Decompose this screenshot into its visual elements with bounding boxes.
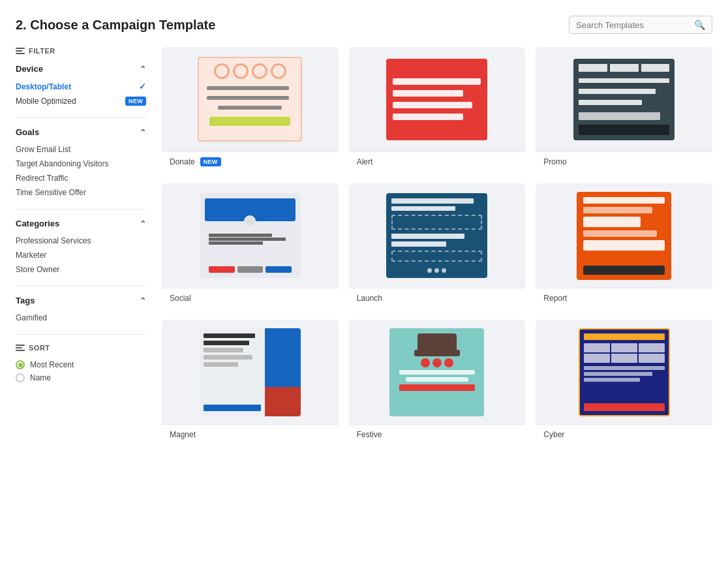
social-avatar bbox=[244, 215, 256, 227]
templates-grid: Donate NEW Alert bbox=[162, 47, 712, 446]
cyber-visual bbox=[579, 328, 670, 416]
donate-circles bbox=[204, 63, 296, 79]
top-bar: 2. Choose a Campaign Template 🔍 bbox=[16, 16, 712, 34]
sort-most-recent[interactable]: Most Recent bbox=[16, 358, 146, 371]
template-preview-report bbox=[536, 183, 712, 288]
template-preview-alert bbox=[349, 47, 526, 151]
sidebar-item-marketer[interactable]: Marketer bbox=[16, 248, 146, 262]
filter-label: FILTER bbox=[29, 47, 55, 55]
donate-visual bbox=[198, 57, 302, 142]
template-label-launch: Launch bbox=[349, 288, 526, 309]
sidebar-item-target-abandoning[interactable]: Target Abandoning Visitors bbox=[16, 157, 146, 171]
template-preview-social bbox=[162, 183, 339, 288]
template-preview-magnet bbox=[162, 320, 339, 424]
template-preview-donate bbox=[162, 47, 339, 151]
social-visual bbox=[200, 193, 301, 278]
social-header bbox=[205, 198, 296, 221]
template-card-festive[interactable]: Festive bbox=[349, 320, 526, 446]
page-title: 2. Choose a Campaign Template bbox=[16, 18, 215, 33]
search-input[interactable] bbox=[576, 20, 691, 30]
chevron-up-icon: ⌃ bbox=[140, 65, 146, 74]
cyber-grid bbox=[584, 343, 665, 363]
donate-new-badge: NEW bbox=[200, 157, 221, 166]
social-buttons bbox=[205, 266, 296, 273]
festive-hat bbox=[417, 333, 457, 353]
template-card-alert[interactable]: Alert bbox=[349, 47, 526, 173]
new-badge: NEW bbox=[125, 97, 146, 106]
launch-dots bbox=[391, 268, 482, 273]
chevron-up-icon-2: ⌃ bbox=[140, 128, 146, 137]
sidebar-item-professional[interactable]: Professional Services bbox=[16, 234, 146, 248]
sidebar-item-grow-email[interactable]: Grow Email List bbox=[16, 142, 146, 157]
filter-icon bbox=[16, 48, 25, 54]
sort-section: SORT Most Recent Name bbox=[16, 344, 146, 384]
main-layout: FILTER Device ⌃ Desktop/Tablet ✓ Mobile … bbox=[16, 47, 712, 446]
template-label-alert: Alert bbox=[349, 151, 526, 173]
template-label-report: Report bbox=[536, 288, 712, 309]
template-card-cyber[interactable]: Cyber bbox=[536, 320, 712, 446]
festive-circles bbox=[421, 358, 453, 367]
sort-name[interactable]: Name bbox=[16, 371, 146, 384]
template-preview-promo bbox=[536, 47, 712, 151]
radio-unselected-icon bbox=[16, 373, 25, 382]
magnet-visual bbox=[200, 328, 301, 416]
template-label-donate: Donate NEW bbox=[162, 151, 339, 173]
template-label-magnet: Magnet bbox=[162, 424, 339, 446]
template-preview-cyber bbox=[536, 320, 712, 424]
search-box[interactable]: 🔍 bbox=[569, 16, 712, 34]
template-card-social[interactable]: Social bbox=[162, 183, 339, 309]
sidebar-item-time-sensitive[interactable]: Time Sensitive Offer bbox=[16, 185, 146, 200]
template-label-festive: Festive bbox=[349, 424, 526, 446]
divider-4 bbox=[16, 334, 146, 335]
sidebar-item-store-owner[interactable]: Store Owner bbox=[16, 262, 146, 277]
report-visual bbox=[577, 192, 671, 280]
chevron-up-icon-4: ⌃ bbox=[140, 296, 146, 305]
filter-header: FILTER bbox=[16, 47, 146, 55]
sort-header: SORT bbox=[16, 344, 146, 352]
template-card-magnet[interactable]: Magnet bbox=[162, 320, 339, 446]
page-wrapper: 2. Choose a Campaign Template 🔍 FILTER D… bbox=[0, 0, 728, 586]
content-area: Donate NEW Alert bbox=[162, 47, 712, 446]
template-card-promo[interactable]: Promo bbox=[536, 47, 712, 173]
template-preview-launch bbox=[349, 183, 526, 288]
festive-visual bbox=[389, 328, 484, 416]
template-label-social: Social bbox=[162, 288, 339, 309]
template-card-report[interactable]: Report bbox=[536, 183, 712, 309]
radio-selected-icon bbox=[16, 360, 25, 369]
sidebar: FILTER Device ⌃ Desktop/Tablet ✓ Mobile … bbox=[16, 47, 146, 446]
sort-label: SORT bbox=[29, 344, 50, 352]
launch-visual bbox=[386, 193, 487, 278]
tags-section-title[interactable]: Tags ⌃ bbox=[16, 296, 146, 305]
divider-3 bbox=[16, 286, 146, 286]
template-card-donate[interactable]: Donate NEW bbox=[162, 47, 339, 173]
checkmark-icon: ✓ bbox=[139, 82, 146, 91]
sidebar-item-redirect[interactable]: Redirect Traffic bbox=[16, 171, 146, 185]
divider-1 bbox=[16, 117, 146, 118]
device-option-mobile[interactable]: Mobile Optimized NEW bbox=[16, 94, 146, 108]
search-icon: 🔍 bbox=[694, 20, 705, 30]
alert-visual bbox=[386, 59, 487, 140]
template-card-launch[interactable]: Launch bbox=[349, 183, 526, 309]
device-option-desktop[interactable]: Desktop/Tablet ✓ bbox=[16, 79, 146, 94]
template-label-promo: Promo bbox=[536, 151, 712, 173]
categories-section-title[interactable]: Categories ⌃ bbox=[16, 219, 146, 228]
template-label-cyber: Cyber bbox=[536, 424, 712, 446]
goals-section-title[interactable]: Goals ⌃ bbox=[16, 127, 146, 137]
sort-icon bbox=[16, 345, 25, 351]
template-preview-festive bbox=[349, 320, 526, 424]
device-section-title[interactable]: Device ⌃ bbox=[16, 64, 146, 74]
promo-visual bbox=[573, 59, 675, 140]
sidebar-item-gamified[interactable]: Gamified bbox=[16, 311, 146, 325]
divider-2 bbox=[16, 209, 146, 209]
chevron-up-icon-3: ⌃ bbox=[140, 219, 146, 228]
